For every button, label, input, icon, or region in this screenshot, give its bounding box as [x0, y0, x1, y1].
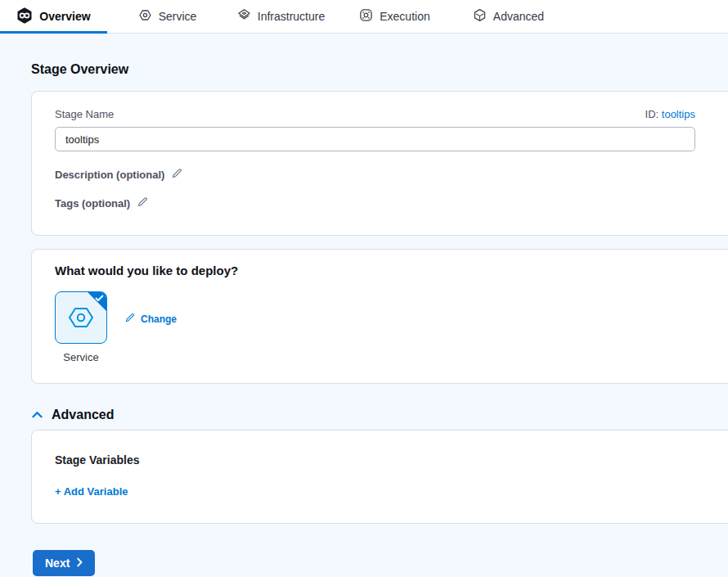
deploy-question: What would you like to deploy?: [55, 264, 728, 277]
edit-pencil-icon: [125, 313, 135, 325]
stage-name-input[interactable]: [55, 127, 695, 151]
deploy-type-tile-wrap: Service: [55, 291, 107, 363]
tab-infrastructure-label: Infrastructure: [258, 10, 325, 23]
deploy-type-card: What would you like to deploy? Service: [31, 249, 728, 384]
stage-id: ID: tooltips: [645, 108, 695, 120]
next-button-label: Next: [45, 557, 70, 570]
tab-execution[interactable]: Execution: [341, 0, 448, 33]
page-title: Stage Overview: [31, 62, 728, 77]
advanced-section-title: Advanced: [52, 408, 114, 422]
stage-variables-title: Stage Variables: [55, 453, 728, 467]
change-deploy-type-link[interactable]: Change: [125, 313, 177, 325]
tab-service-label: Service: [159, 10, 197, 23]
tab-advanced-label: Advanced: [493, 10, 544, 23]
stage-tabbar: Overview Service Infrastructure: [0, 0, 728, 34]
tab-execution-label: Execution: [380, 10, 429, 23]
tab-overview[interactable]: Overview: [0, 0, 107, 33]
execution-icon: [359, 8, 373, 25]
tab-infrastructure[interactable]: Infrastructure: [227, 0, 335, 33]
stage-overview-panel: Stage Overview Stage Name ID: tooltips D…: [0, 34, 728, 576]
chevron-up-icon: [31, 408, 43, 422]
infrastructure-icon: [237, 8, 251, 25]
advanced-icon: [473, 8, 487, 25]
deploy-type-row: Service Change: [55, 291, 728, 363]
description-row[interactable]: Description (optional): [55, 167, 728, 182]
next-button[interactable]: Next: [33, 550, 95, 576]
advanced-section-toggle[interactable]: Advanced: [31, 408, 728, 422]
add-variable-button[interactable]: + Add Variable: [55, 485, 128, 498]
change-label: Change: [141, 313, 177, 325]
edit-pencil-icon[interactable]: [137, 196, 148, 210]
stage-name-label: Stage Name: [55, 108, 114, 120]
checkmark-icon: [95, 295, 104, 302]
tab-service[interactable]: Service: [114, 0, 221, 33]
stage-id-link[interactable]: tooltips: [662, 108, 695, 120]
pipeline-stage-icon: [16, 7, 33, 26]
chevron-right-icon: [77, 557, 83, 570]
tab-overview-label: Overview: [39, 10, 90, 23]
stage-name-row: Stage Name ID: tooltips: [55, 108, 695, 120]
edit-pencil-icon[interactable]: [172, 167, 182, 182]
stage-id-label: ID:: [645, 108, 659, 120]
service-hexagon-icon: [66, 304, 96, 331]
description-label: Description (optional): [55, 169, 164, 181]
service-tile-label: Service: [63, 351, 98, 363]
service-tile[interactable]: [55, 291, 107, 344]
tab-advanced[interactable]: Advanced: [455, 0, 562, 33]
tags-row[interactable]: Tags (optional): [55, 196, 728, 210]
stage-variables-card: Stage Variables + Add Variable: [31, 430, 728, 524]
tags-label: Tags (optional): [55, 197, 130, 210]
service-icon: [138, 8, 152, 25]
stage-overview-card: Stage Name ID: tooltips Description (opt…: [31, 91, 728, 236]
